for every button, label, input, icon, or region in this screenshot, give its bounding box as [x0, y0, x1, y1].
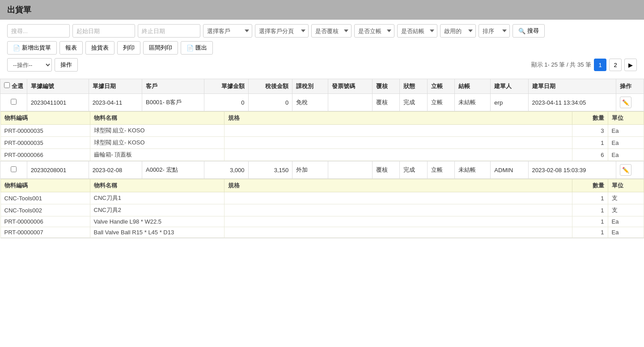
col-create-date: 建單日期: [528, 79, 616, 94]
page-title: 出貨單: [7, 5, 31, 14]
row-create-date: 2023-02-08 15:03:39: [528, 161, 616, 179]
sub-qty: 1: [572, 137, 608, 149]
col-tax-type: 課稅別: [292, 79, 328, 94]
row-tax-amount: 0: [248, 94, 292, 111]
row-doc-no: 20230411001: [27, 94, 89, 111]
ops-button[interactable]: 操作: [55, 58, 78, 72]
sub-spec: [224, 137, 572, 149]
range-print-button[interactable]: 區間列印: [143, 41, 178, 55]
edit-button[interactable]: ✏️: [620, 164, 631, 176]
row-checkbox[interactable]: [11, 99, 17, 105]
row-account: 立帳: [427, 161, 454, 179]
sub-material-name: 球型閥 組立- KOSO: [90, 125, 224, 137]
sub-material-name: Ball Valve Ball R15 * L45 * D13: [90, 227, 224, 238]
row-account: 立帳: [427, 94, 454, 111]
row-checkbox[interactable]: [11, 166, 17, 172]
sub-table-item-row: CNC-Tools001 CNC刀具1 1 支: [0, 192, 644, 204]
row-customer: A0002- 宏點: [142, 161, 204, 179]
col-status: 狀態: [400, 79, 427, 94]
table-wrapper: 全選 單據編號 單據日期 客戶 單據金額 稅後金額 課稅別 發票號碼 覆核 狀態…: [0, 79, 644, 238]
row-creator: erp: [491, 94, 528, 111]
table-row: 20230208001 2023-02-08 A0002- 宏點 3,000 3…: [0, 161, 644, 179]
sub-unit: Ea: [608, 216, 644, 227]
row-settle: 未結帳: [455, 94, 491, 111]
next-page-button[interactable]: ▶: [624, 59, 637, 71]
search-input[interactable]: [7, 24, 70, 38]
row-edit-cell: ✏️: [616, 94, 644, 111]
settle-select[interactable]: 是否結帳: [397, 24, 437, 38]
search-button[interactable]: 🔍 搜尋: [513, 24, 545, 38]
select-all-checkbox[interactable]: [4, 82, 10, 88]
pick-table-button[interactable]: 撿貨表: [85, 41, 114, 55]
row-status: 完成: [400, 161, 427, 179]
search-icon: 🔍: [518, 28, 525, 34]
sub-material-code: PRT-00000035: [0, 137, 90, 149]
customer-branch-select[interactable]: 選擇客戶分頁: [255, 24, 309, 38]
export-button[interactable]: 📄 匯出: [181, 41, 213, 55]
sub-table-cell: 物料編碼 物料名稱 規格 數量 單位 CNC-Tools001 CNC刀具1 1…: [0, 179, 644, 238]
customer-select[interactable]: 選擇客戶: [203, 24, 252, 38]
sub-table-item-row: PRT-00000035 球型閥 組立- KOSO 3 Ea: [0, 125, 644, 137]
end-date-input[interactable]: [138, 24, 200, 38]
col-doc-date: 單據日期: [89, 79, 142, 94]
sub-unit: Ea: [608, 149, 644, 161]
edit-button[interactable]: ✏️: [620, 97, 631, 108]
sub-qty: 1: [572, 192, 608, 204]
sub-qty: 6: [572, 149, 608, 161]
row-creator: ADMIN: [491, 161, 528, 179]
sub-material-code: CNC-Tools002: [0, 204, 90, 216]
sub-unit: Ea: [608, 227, 644, 238]
row-tax-amount: 3,150: [248, 161, 292, 179]
row-doc-date: 2023-04-11: [89, 94, 142, 111]
sub-spec: [224, 227, 572, 238]
review-select[interactable]: 是否覆核: [311, 24, 352, 38]
sub-spec: [224, 149, 572, 161]
sub-table: 物料編碼 物料名稱 規格 數量 單位 CNC-Tools001 CNC刀具1 1…: [0, 179, 644, 238]
print-button[interactable]: 列印: [117, 41, 140, 55]
sub-table-header: 物料編碼 物料名稱 規格 數量 單位: [0, 112, 644, 125]
sub-col-material-code: 物料編碼: [0, 112, 90, 125]
ops-right: 顯示 1- 25 筆 / 共 35 筆 1 2 ▶: [531, 59, 637, 71]
sub-qty: 1: [572, 216, 608, 227]
ops-left: --操作-- 操作: [7, 58, 78, 72]
row-tax-type: 外加: [292, 161, 328, 179]
col-creator: 建單人: [491, 79, 528, 94]
row-create-date: 2023-04-11 13:34:05: [528, 94, 616, 111]
page-1-button[interactable]: 1: [594, 59, 606, 71]
sub-spec: [224, 216, 572, 227]
sub-material-name: 齒輪箱- 頂蓋板: [90, 149, 224, 161]
account-select[interactable]: 是否立帳: [354, 24, 394, 38]
col-amount: 單據金額: [204, 79, 248, 94]
sort-select[interactable]: 排序: [479, 24, 510, 38]
sub-material-code: PRT-00000007: [0, 227, 90, 238]
sub-col-qty: 數量: [572, 179, 608, 192]
sub-spec: [224, 192, 572, 204]
main-table: 全選 單據編號 單據日期 客戶 單據金額 稅後金額 課稅別 發票號碼 覆核 狀態…: [0, 79, 644, 238]
sub-material-code: PRT-00000066: [0, 149, 90, 161]
report-button[interactable]: 報表: [59, 41, 83, 55]
sub-table-item-row: CNC-Tools002 CNC刀具2 1 支: [0, 204, 644, 216]
col-review: 覆核: [372, 79, 399, 94]
sub-col-material-code: 物料編碼: [0, 179, 90, 192]
enabled-select[interactable]: 啟用的: [440, 24, 476, 38]
action-bar: 📄 新增出貨單 報表 撿貨表 列印 區間列印 📄 匯出: [7, 41, 637, 55]
sub-col-unit: 單位: [608, 179, 644, 192]
ops-select[interactable]: --操作--: [7, 58, 52, 72]
sub-unit: Ea: [608, 125, 644, 137]
row-amount: 3,000: [204, 161, 248, 179]
sub-unit: 支: [608, 192, 644, 204]
page-2-button[interactable]: 2: [609, 59, 622, 71]
new-shipment-button[interactable]: 📄 新增出貨單: [7, 41, 57, 55]
table-header-row: 全選 單據編號 單據日期 客戶 單據金額 稅後金額 課稅別 發票號碼 覆核 狀態…: [0, 79, 644, 94]
sub-table-row: 物料編碼 物料名稱 規格 數量 單位 CNC-Tools001 CNC刀具1 1…: [0, 179, 644, 238]
sub-material-name: 球型閥 組立- KOSO: [90, 137, 224, 149]
col-account: 立帳: [427, 79, 454, 94]
page-header: 出貨單: [0, 0, 644, 20]
sub-material-code: PRT-00000035: [0, 125, 90, 137]
col-customer: 客戶: [142, 79, 204, 94]
row-amount: 0: [204, 94, 248, 111]
search-bar: 選擇客戶 選擇客戶分頁 是否覆核 是否立帳 是否結帳 啟用的 排序 🔍: [7, 24, 637, 38]
sub-material-name: CNC刀具1: [90, 192, 224, 204]
start-date-input[interactable]: [72, 24, 135, 38]
sub-col-spec: 規格: [224, 179, 572, 192]
